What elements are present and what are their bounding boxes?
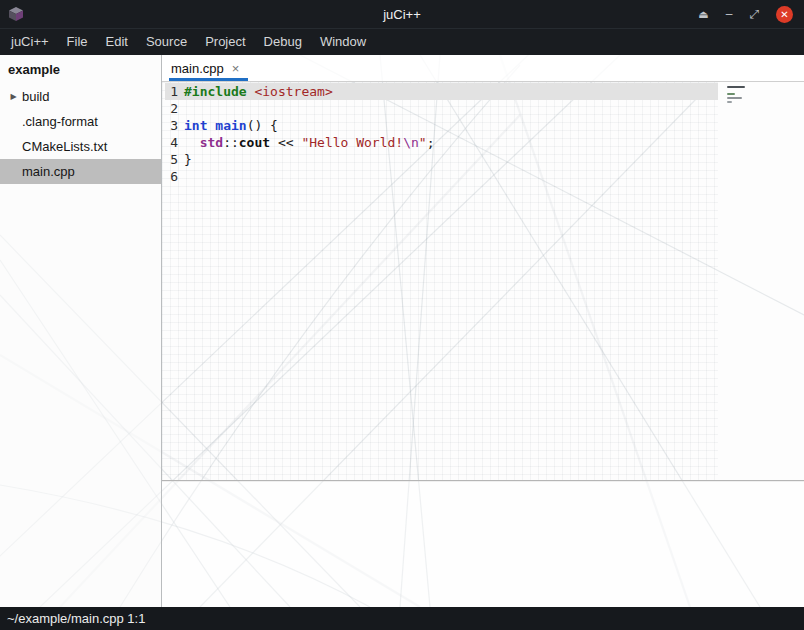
code-token: main	[215, 118, 246, 133]
maximize-icon[interactable]: ⤢	[749, 8, 759, 20]
code-text: }	[178, 151, 192, 168]
tab-label: main.cpp	[171, 61, 224, 76]
tree-item-label: main.cpp	[22, 164, 75, 179]
code-token: #include	[184, 84, 247, 99]
tree-item-label: build	[22, 89, 49, 104]
code-text: #include <iostream>	[178, 83, 333, 100]
line-number: 6	[165, 168, 178, 185]
tabbar: main.cpp ×	[162, 55, 804, 82]
code-token: <iostream>	[254, 84, 332, 99]
code-token: }	[184, 152, 192, 167]
code-token: int	[184, 118, 207, 133]
code-token: "Hello World!	[301, 135, 403, 150]
code-token: ;	[427, 135, 435, 150]
code-text: std::cout << "Hello World!\n";	[178, 134, 434, 151]
shade-icon[interactable]: ⏏	[698, 9, 708, 20]
app-window: juCi++ ⏏ – ⤢ ✕ juCi++FileEditSourceProje…	[0, 0, 804, 630]
line-number: 2	[165, 100, 178, 117]
minimize-icon[interactable]: –	[726, 8, 733, 20]
line-number: 3	[165, 117, 178, 134]
code-token: \n	[403, 135, 419, 150]
code-token: std	[200, 135, 223, 150]
close-icon[interactable]: ✕	[776, 6, 793, 23]
window-title: juCi++	[0, 7, 804, 22]
minimap-mark	[727, 97, 742, 99]
code-token: ::	[223, 135, 239, 150]
menu-item-project[interactable]: Project	[196, 29, 254, 55]
main-panel: main.cpp × 1#include <iostream>23int mai…	[162, 55, 804, 607]
code-text	[178, 100, 184, 117]
sidebar-item-build[interactable]: ▶build	[0, 84, 161, 109]
sidebar-item-main-cpp[interactable]: main.cpp	[0, 159, 161, 184]
window-controls: ⏏ – ⤢ ✕	[698, 6, 804, 23]
code-line[interactable]: 1#include <iostream>	[165, 83, 718, 100]
line-number: 1	[165, 83, 178, 100]
menu-item-edit[interactable]: Edit	[97, 29, 137, 55]
sidebar-item-cmakelists-txt[interactable]: CMakeLists.txt	[0, 134, 161, 159]
project-root-label: example	[0, 55, 161, 84]
code-token	[184, 135, 200, 150]
code-line[interactable]: 2	[165, 100, 718, 117]
code-text: int main() {	[178, 117, 278, 134]
tab-main-cpp[interactable]: main.cpp ×	[169, 55, 248, 81]
menu-item-juci[interactable]: juCi++	[2, 29, 58, 55]
line-number: 4	[165, 134, 178, 151]
menubar: juCi++FileEditSourceProjectDebugWindow	[0, 28, 804, 55]
sidebar-tree: ▶build.clang-formatCMakeLists.txtmain.cp…	[0, 84, 161, 184]
content-area: example ▶build.clang-formatCMakeLists.tx…	[0, 55, 804, 607]
code-line[interactable]: 5}	[165, 151, 718, 168]
editor-overview	[718, 82, 804, 480]
tree-item-label: CMakeLists.txt	[22, 139, 107, 154]
line-number: 5	[165, 151, 178, 168]
code-line[interactable]: 6	[165, 168, 718, 185]
code-line[interactable]: 4 std::cout << "Hello World!\n";	[165, 134, 718, 151]
titlebar[interactable]: juCi++ ⏏ – ⤢ ✕	[0, 0, 804, 28]
terminal-panel[interactable]	[162, 481, 804, 607]
menu-item-window[interactable]: Window	[311, 29, 375, 55]
menu-item-debug[interactable]: Debug	[255, 29, 311, 55]
code-token: "	[419, 135, 427, 150]
status-file-position: ~/example/main.cpp 1:1	[7, 611, 145, 626]
code-lines[interactable]: 1#include <iostream>23int main() {4 std:…	[162, 82, 718, 480]
code-token: () {	[247, 118, 278, 133]
file-tree-panel: example ▶build.clang-formatCMakeLists.tx…	[0, 55, 162, 607]
minimap-mark	[727, 86, 745, 88]
code-line[interactable]: 3int main() {	[165, 117, 718, 134]
tab-close-icon[interactable]: ×	[232, 61, 240, 76]
sidebar-item-clang-format[interactable]: .clang-format	[0, 109, 161, 134]
code-token: cout	[239, 135, 270, 150]
minimap-mark	[727, 93, 735, 95]
code-text	[178, 168, 184, 185]
menu-item-source[interactable]: Source	[137, 29, 196, 55]
code-editor[interactable]: 1#include <iostream>23int main() {4 std:…	[162, 82, 804, 481]
app-icon	[7, 6, 25, 22]
minimap-mark	[727, 101, 732, 103]
tree-item-label: .clang-format	[22, 114, 98, 129]
chevron-right-icon[interactable]: ▶	[5, 92, 22, 101]
menu-item-file[interactable]: File	[58, 29, 97, 55]
code-token: <<	[270, 135, 301, 150]
statusbar: ~/example/main.cpp 1:1	[0, 607, 804, 630]
minimap	[727, 86, 745, 103]
